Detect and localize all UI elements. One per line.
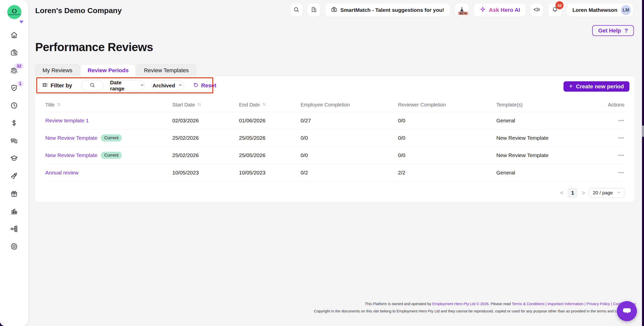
filter-by-label: Filter by (51, 82, 72, 89)
company-switcher-caret-icon[interactable] (19, 21, 23, 23)
sidebar-item-benefits[interactable] (10, 190, 18, 198)
chat-launcher-button[interactable] (617, 301, 637, 321)
filter-by-group: Filter by (42, 82, 72, 90)
sidebar-item-home[interactable] (10, 31, 18, 39)
templates-cell: General (496, 118, 607, 124)
row-actions-menu[interactable]: ••• (607, 135, 624, 140)
sidebar-item-launch[interactable] (10, 172, 18, 180)
rocket-icon (10, 172, 18, 180)
reviewer-completion-cell: 2/2 (398, 170, 496, 176)
clock-icon (10, 101, 18, 110)
search-icon (89, 82, 95, 89)
question-mark-icon: ? (625, 27, 628, 34)
templates-cell: General (496, 170, 607, 176)
sidebar-item-compliance[interactable]: 1 (10, 84, 18, 92)
ask-hero-ai-label: Ask Hero AI (489, 7, 520, 13)
period-title-link[interactable]: New Review Template (45, 152, 97, 158)
period-title-link[interactable]: New Review Template (45, 135, 97, 141)
notifications-button[interactable]: 52 (548, 4, 562, 17)
dollar-icon (10, 119, 18, 127)
organisation-button[interactable] (308, 4, 320, 17)
period-title-link[interactable]: Review template 1 (45, 118, 89, 124)
column-header-start-date[interactable]: Start Date (172, 102, 239, 108)
page-title: Performance Reviews (35, 40, 153, 54)
sort-icon[interactable] (262, 102, 267, 108)
end-date-cell: 10/05/2023 (239, 170, 301, 176)
user-menu[interactable]: Loren Mathewson LM (567, 4, 633, 17)
employee-completion-cell: 0/0 (301, 135, 398, 141)
gift-icon (10, 190, 18, 198)
avatar: LM (621, 5, 631, 15)
graduation-cap-icon (10, 154, 18, 162)
global-search-button[interactable] (290, 4, 303, 17)
building-icon (311, 6, 317, 14)
tab-review-templates[interactable]: Review Templates (137, 64, 196, 76)
tab-my-reviews[interactable]: My Reviews (35, 64, 80, 76)
archived-label: Archived (152, 83, 175, 89)
archived-filter[interactable]: Archived (151, 80, 184, 91)
period-title-link[interactable]: Annual review (45, 170, 78, 176)
employee-completion-cell: 0/2 (301, 170, 398, 176)
company-logo[interactable]: employmenthero (7, 5, 21, 19)
sidebar-item-payroll[interactable] (10, 119, 18, 127)
chevron-down-icon (617, 190, 621, 196)
create-new-period-label: Create new period (576, 83, 624, 90)
column-header-title[interactable]: Title (45, 102, 172, 108)
sidebar: employmenthero 32 1 (0, 0, 28, 326)
sort-icon[interactable] (57, 102, 61, 108)
start-date-cell: 10/05/2023 (172, 170, 239, 176)
tab-review-periods[interactable]: Review Periods (80, 64, 136, 76)
sort-icon[interactable] (197, 102, 202, 108)
privacy-policy-link[interactable]: Privacy Policy (587, 302, 610, 306)
filter-search-button[interactable] (81, 80, 103, 91)
terms-link[interactable]: Terms & Conditions (512, 302, 544, 306)
company-name[interactable]: Loren's Demo Company (35, 6, 122, 15)
labs-button[interactable]: BETA (455, 4, 469, 17)
row-actions-menu[interactable]: ••• (607, 153, 624, 158)
sidebar-item-learning[interactable] (10, 154, 18, 162)
column-header-end-date[interactable]: End Date (239, 102, 301, 108)
table-row: Review template 1 02/03/2026 01/06/2026 … (45, 112, 624, 129)
next-page-button[interactable]: > (582, 190, 585, 196)
reset-filters-button[interactable]: Reset (193, 82, 216, 89)
employment-hero-logo-icon (12, 9, 17, 13)
row-actions-menu[interactable]: ••• (607, 118, 624, 123)
date-range-filter[interactable]: Date range (110, 80, 145, 91)
reset-label: Reset (201, 82, 216, 89)
previous-page-button[interactable]: < (560, 190, 564, 196)
sidebar-item-org-chart[interactable] (10, 225, 18, 233)
ask-hero-ai-button[interactable]: Ask Hero AI (474, 4, 526, 17)
sidebar-item-reports[interactable] (10, 207, 18, 215)
sidebar-item-people[interactable]: 32 (10, 66, 18, 74)
table-row: New Review TemplateCurrent 25/02/2026 25… (45, 129, 624, 147)
column-header-reviewer-completion: Reviewer Completion (398, 102, 496, 108)
get-help-button[interactable]: Get Help ? (592, 25, 634, 36)
footer-line-1: This Platform is owned and operated by E… (314, 300, 636, 307)
employee-completion-cell: 0/27 (301, 118, 398, 124)
employment-hero-link[interactable]: Employment Hero Pty Ltd © 2026 (432, 302, 489, 306)
row-actions-menu[interactable]: ••• (607, 170, 624, 175)
sidebar-item-jobs[interactable] (10, 49, 18, 57)
smartmatch-label: SmartMatch - Talent suggestions for you! (340, 7, 444, 13)
sidebar-item-time[interactable] (10, 101, 18, 110)
org-chart-icon (10, 225, 18, 233)
table-header-row: Title Start Date End Date Employee Compl… (45, 98, 624, 112)
current-badge: Current (101, 134, 122, 141)
important-information-link[interactable]: Important Information (548, 302, 584, 306)
compliance-count-badge: 1 (17, 81, 24, 87)
create-new-period-button[interactable]: + Create new period (564, 81, 630, 92)
get-help-label: Get Help (598, 27, 621, 34)
pagination: < 1 > 20 / page (560, 188, 624, 198)
chevron-down-icon (140, 83, 144, 89)
sidebar-item-messages[interactable] (10, 137, 18, 145)
smartmatch-button[interactable]: SmartMatch - Talent suggestions for you! (325, 4, 450, 17)
page-size-value: 20 / page (593, 190, 613, 196)
announcements-button[interactable] (531, 4, 543, 17)
sidebar-item-settings[interactable] (10, 242, 18, 250)
page-number[interactable]: 1 (568, 188, 578, 198)
edge-scrollbar-thumb[interactable] (642, 125, 644, 137)
reviewer-completion-cell: 0/0 (398, 152, 496, 158)
templates-cell: New Review Template (496, 152, 607, 158)
page-size-select[interactable]: 20 / page (589, 188, 624, 198)
table-row: Annual review 10/05/2023 10/05/2023 0/2 … (45, 164, 624, 182)
